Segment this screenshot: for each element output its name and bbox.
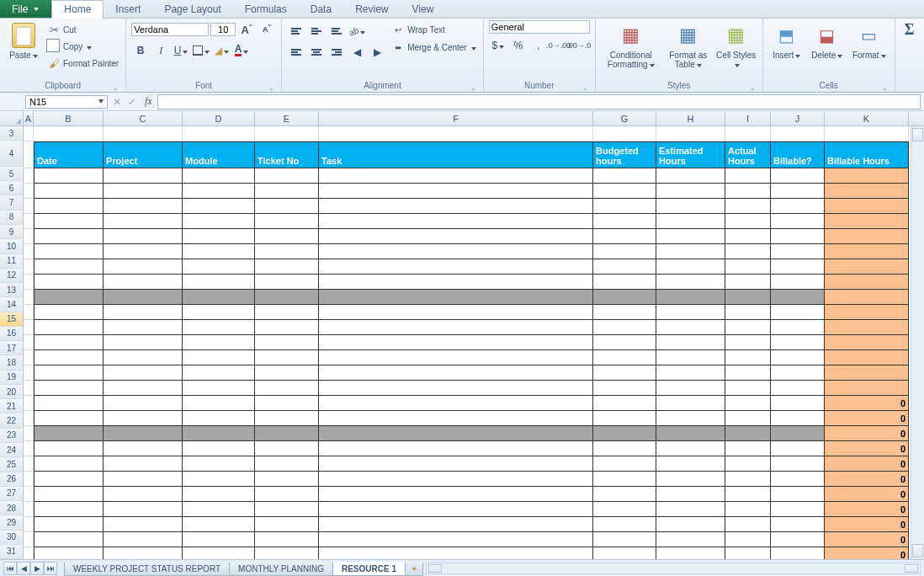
increase-decimal-button[interactable]: .0→.00 — [550, 36, 568, 55]
cell[interactable] — [656, 350, 725, 365]
number-format-select[interactable] — [489, 20, 590, 34]
cell[interactable] — [24, 320, 34, 335]
cell[interactable] — [771, 335, 825, 350]
col-header-J[interactable]: J — [771, 111, 825, 125]
cell[interactable] — [34, 381, 104, 396]
col-header-K[interactable]: K — [825, 111, 909, 125]
cell[interactable] — [593, 517, 656, 532]
cell[interactable] — [34, 472, 104, 487]
cell[interactable] — [771, 259, 825, 275]
cell[interactable] — [24, 487, 34, 502]
row-header-14[interactable]: 14 — [0, 297, 24, 312]
cell[interactable] — [656, 199, 725, 214]
cell[interactable] — [825, 229, 909, 244]
cell[interactable] — [725, 335, 771, 350]
table-header-cell[interactable]: Date — [34, 141, 104, 168]
col-header-C[interactable]: C — [104, 111, 183, 125]
cell[interactable] — [34, 335, 104, 350]
cell[interactable] — [104, 547, 183, 559]
table-header-cell[interactable]: Budgeted hours — [593, 141, 656, 168]
cell[interactable]: 0 — [825, 456, 909, 472]
cell[interactable] — [656, 517, 725, 532]
row-header-12[interactable]: 12 — [0, 269, 24, 283]
cell[interactable] — [183, 441, 255, 456]
cell[interactable]: 0 — [825, 517, 909, 532]
table-header-cell[interactable]: Task — [319, 141, 593, 168]
align-left-button[interactable] — [287, 43, 305, 61]
cell[interactable] — [34, 184, 104, 199]
col-header-B[interactable]: B — [34, 111, 104, 125]
cell[interactable] — [319, 214, 593, 229]
cell[interactable] — [319, 290, 593, 305]
cell[interactable] — [319, 335, 593, 350]
tab-formulas[interactable]: Formulas — [233, 0, 299, 18]
cell[interactable] — [656, 275, 725, 290]
cell[interactable] — [771, 229, 825, 244]
currency-button[interactable]: $ — [489, 36, 507, 55]
cell[interactable] — [656, 426, 725, 441]
cell[interactable] — [771, 126, 825, 141]
copy-button[interactable]: Copy — [45, 39, 120, 54]
cell[interactable] — [255, 502, 319, 517]
cell[interactable] — [725, 365, 771, 381]
cell[interactable] — [825, 381, 909, 396]
cell[interactable] — [725, 214, 771, 229]
cell[interactable] — [656, 487, 725, 502]
cell[interactable] — [255, 532, 319, 547]
cell[interactable] — [319, 350, 593, 365]
row-header-26[interactable]: 26 — [0, 472, 24, 487]
cell[interactable] — [183, 396, 255, 411]
row-header-19[interactable]: 19 — [0, 371, 24, 385]
cell[interactable] — [24, 305, 34, 320]
cell[interactable] — [771, 472, 825, 487]
cell[interactable] — [24, 426, 34, 441]
cell[interactable] — [104, 305, 183, 320]
cell[interactable] — [34, 275, 104, 290]
cell[interactable] — [183, 411, 255, 426]
col-header-G[interactable]: G — [593, 111, 656, 125]
font-size-select[interactable] — [210, 23, 236, 36]
cell[interactable] — [255, 456, 319, 472]
cell[interactable] — [825, 184, 909, 199]
cell[interactable] — [255, 547, 319, 559]
cell[interactable] — [771, 199, 825, 214]
sheet-last-button[interactable]: ⏭ — [44, 562, 57, 575]
cell[interactable] — [24, 335, 34, 350]
cell[interactable] — [319, 229, 593, 244]
cell[interactable] — [593, 456, 656, 472]
select-all-corner[interactable] — [0, 111, 24, 125]
cell[interactable] — [24, 350, 34, 365]
format-cells-button[interactable]: ▭ Format — [849, 20, 889, 60]
cell[interactable] — [593, 126, 656, 141]
paste-button[interactable]: Paste — [5, 20, 42, 60]
row-header-29[interactable]: 29 — [0, 515, 24, 530]
cell[interactable] — [24, 441, 34, 456]
formula-input[interactable] — [157, 94, 921, 109]
cell[interactable] — [104, 259, 183, 275]
align-center-button[interactable] — [307, 43, 326, 61]
row-header-22[interactable]: 22 — [0, 413, 24, 428]
cell[interactable] — [725, 184, 771, 199]
cell[interactable] — [825, 350, 909, 365]
cell[interactable] — [825, 305, 909, 320]
cell[interactable] — [319, 244, 593, 259]
cell[interactable] — [771, 275, 825, 290]
cell[interactable] — [593, 396, 656, 411]
border-button[interactable] — [192, 41, 210, 60]
cell[interactable] — [771, 396, 825, 411]
row-header-5[interactable]: 5 — [0, 167, 24, 181]
cell[interactable] — [825, 365, 909, 381]
cell[interactable] — [656, 168, 725, 184]
cell[interactable] — [725, 259, 771, 275]
cell[interactable] — [183, 487, 255, 502]
cell[interactable] — [319, 199, 593, 214]
cells-area[interactable]: DateProjectModuleTicket NoTaskBudgeted h… — [24, 126, 924, 559]
cell[interactable] — [34, 426, 104, 441]
cell[interactable] — [656, 381, 725, 396]
row-header-3[interactable]: 3 — [0, 126, 24, 141]
cell[interactable] — [104, 290, 183, 305]
cell[interactable] — [725, 350, 771, 365]
cell[interactable] — [183, 320, 255, 335]
cell[interactable] — [725, 472, 771, 487]
cell[interactable] — [34, 396, 104, 411]
